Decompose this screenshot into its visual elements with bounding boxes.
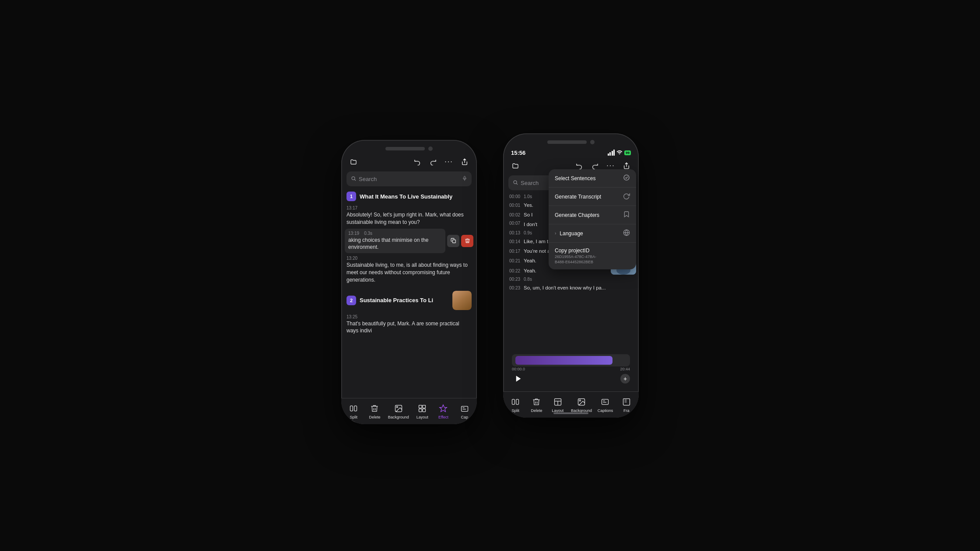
share-icon-left[interactable] (458, 156, 471, 168)
layout-icon-right (553, 397, 563, 407)
status-icons-right: 99 (608, 150, 631, 156)
svg-rect-15 (461, 406, 468, 412)
mic-icon-left[interactable] (462, 176, 467, 182)
timeline-right-times: 00:00.0 20:44 (508, 367, 634, 371)
timeline-right-progress (515, 356, 612, 365)
dropdown-select-sentences[interactable]: Select Sentences (549, 169, 636, 188)
battery-badge-right: 99 (624, 150, 631, 155)
episode-2-num: 2 (346, 296, 356, 305)
signal-bars-right (608, 150, 615, 156)
undo-icon-left[interactable] (411, 156, 424, 168)
selected-time: 13:19 0.3s (348, 231, 442, 236)
language-chevron: › (555, 231, 556, 236)
play-button-right[interactable] (512, 372, 525, 385)
phone-left-notch (341, 140, 477, 154)
tool-cap-left[interactable]: Cap (457, 403, 472, 419)
tr-row-10-inner: 00:23 So, um, I don't even know why I pa… (509, 284, 633, 291)
timeline-right-start: 00:00.0 (512, 367, 525, 371)
background-icon-right (576, 397, 587, 407)
copy-button[interactable] (447, 235, 459, 247)
notch-pill-right (547, 140, 587, 144)
search-placeholder-left: Search (359, 176, 459, 182)
delete-button[interactable] (461, 235, 473, 247)
wifi-icon-right (616, 150, 623, 156)
episode-1-title: What It Means To Live Sustainably (360, 193, 452, 200)
right-playback: + (508, 371, 634, 386)
episode-2-title: Sustainable Practices To Li (360, 297, 449, 303)
fra-icon-right (621, 397, 632, 407)
language-left: › Language (555, 230, 583, 237)
svg-rect-30 (516, 399, 519, 405)
delete-label-left: Delete (369, 415, 380, 419)
select-sentences-label: Select Sentences (555, 175, 595, 181)
transcript-text-2: Sustainable living, to me, is all about … (346, 262, 472, 283)
split-icon-left (348, 403, 359, 414)
svg-line-18 (516, 183, 518, 185)
transcript-time-1: 13:17 (346, 206, 472, 210)
tool-layout-left[interactable]: Layout (414, 403, 430, 419)
delete-icon-left (369, 403, 380, 414)
dropdown-copy-projectid[interactable]: Copy projectID 26D1955A-478C-47BA-B488-E… (549, 243, 636, 269)
tool-effect-left[interactable]: Effect (435, 403, 451, 419)
left-bottom-toolbar: Split Delete (341, 398, 477, 424)
background-label-left: Background (388, 415, 409, 419)
transcript-row-2: 13:20 Sustainable living, to me, is all … (341, 254, 477, 285)
effect-label-left: Effect (438, 415, 448, 419)
right-timeline-area: 00:00.0 20:44 + (503, 353, 639, 386)
svg-rect-12 (423, 405, 426, 408)
folder-icon-left[interactable] (347, 156, 360, 168)
notch-pill-left (385, 147, 425, 150)
delete-icon-right (531, 397, 542, 407)
svg-marker-28 (516, 376, 521, 382)
svg-point-1 (352, 177, 355, 180)
left-toolbar-right: ··· (411, 156, 471, 168)
svg-rect-7 (350, 406, 353, 411)
transcript-time-3: 13:25 (346, 314, 472, 319)
episode-1-num: 1 (346, 192, 356, 201)
notch-dot-left (428, 146, 433, 151)
svg-point-35 (579, 400, 581, 401)
add-button-right[interactable]: + (620, 374, 630, 384)
generate-chapters-icon (623, 211, 630, 219)
phone-right-notch (503, 133, 639, 147)
tool-split-left[interactable]: Split (346, 403, 361, 419)
selected-text: aking choices that minimise on the envir… (348, 237, 442, 251)
transcript-text-3: That's beautifully put, Mark. A are some… (346, 320, 472, 335)
layout-label-left: Layout (416, 415, 428, 419)
svg-rect-11 (419, 405, 422, 408)
language-icon (623, 229, 630, 237)
folder-icon-right[interactable] (509, 160, 522, 172)
home-pill-right (553, 412, 588, 414)
left-toolbar: ··· (341, 154, 477, 170)
bar3 (612, 151, 613, 156)
more-icon-left[interactable]: ··· (443, 156, 455, 168)
dropdown-language[interactable]: › Language (549, 224, 636, 243)
transcript-text-1: Absolutely! So, let's jump right in. Mar… (346, 211, 472, 226)
svg-point-17 (514, 181, 517, 184)
generate-chapters-label: Generate Chapters (555, 212, 599, 218)
tr-row-10: 00:23 So, um, I don't even know why I pa… (503, 283, 639, 293)
svg-rect-5 (452, 240, 455, 243)
timeline-right[interactable] (512, 354, 630, 366)
phone-right: 15:56 99 (503, 133, 639, 418)
tool-background-left[interactable]: Background (388, 403, 409, 419)
generate-transcript-icon (623, 192, 630, 201)
dropdown-generate-transcript[interactable]: Generate Transcript (549, 188, 636, 206)
language-label: Language (560, 230, 583, 237)
episode-2-header: 2 Sustainable Practices To Li (341, 288, 477, 313)
search-bar-left[interactable]: Search (346, 171, 472, 186)
tool-delete-left[interactable]: Delete (367, 403, 382, 419)
scene: ··· Search (0, 0, 980, 551)
generate-transcript-label: Generate Transcript (555, 194, 601, 200)
transcript-time-2: 13:20 (346, 256, 472, 261)
selected-row: 13:19 0.3s aking choices that minimise o… (345, 229, 473, 254)
search-icon-left (351, 176, 356, 182)
select-sentences-icon (623, 174, 630, 182)
split-icon-right (510, 397, 521, 407)
dropdown-generate-chapters[interactable]: Generate Chapters (549, 206, 636, 224)
svg-rect-29 (512, 399, 515, 405)
left-content: 1 What It Means To Live Sustainably 13:1… (341, 189, 477, 399)
notch-dot-right (590, 140, 595, 144)
redo-icon-left[interactable] (427, 156, 439, 168)
search-icon-right (513, 180, 518, 186)
